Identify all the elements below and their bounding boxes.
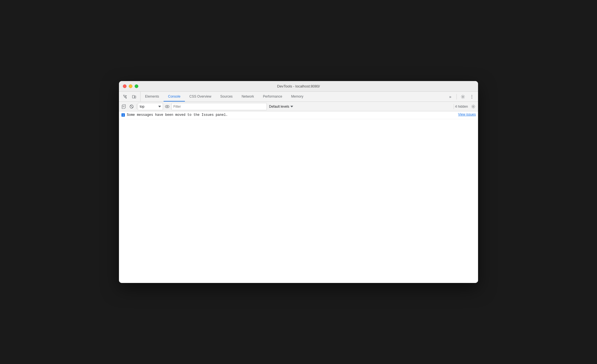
title-bar: DevTools - localhost:8080/ <box>119 81 478 92</box>
info-icon: i <box>121 113 125 117</box>
svg-marker-6 <box>122 105 125 109</box>
svg-point-3 <box>472 95 472 95</box>
filter-input-wrap <box>171 103 267 110</box>
more-tabs-button[interactable]: » <box>446 93 454 101</box>
device-toolbar-button[interactable] <box>130 93 138 101</box>
svg-point-13 <box>473 106 474 107</box>
svg-point-11 <box>165 105 169 108</box>
context-dropdown-icon <box>158 106 161 107</box>
eye-icon-button[interactable] <box>164 103 171 110</box>
clear-console-button[interactable] <box>120 103 127 110</box>
tab-sources[interactable]: Sources <box>216 92 237 102</box>
levels-dropdown-icon <box>290 106 293 107</box>
hidden-count: 4 hidden <box>455 105 469 109</box>
close-button[interactable] <box>123 84 127 88</box>
levels-label: Default levels <box>269 105 289 109</box>
svg-point-4 <box>472 96 472 97</box>
levels-selector[interactable]: Default levels <box>267 103 295 110</box>
context-selector[interactable]: top <box>138 103 163 110</box>
tab-network[interactable]: Network <box>237 92 258 102</box>
svg-text:i: i <box>123 114 124 117</box>
console-content: i Some messages have been moved to the I… <box>119 111 478 283</box>
svg-point-2 <box>462 96 464 97</box>
svg-line-10 <box>130 105 133 108</box>
inspect-element-button[interactable] <box>121 93 129 101</box>
console-message-row: i Some messages have been moved to the I… <box>119 111 478 119</box>
toolbar-divider-2 <box>454 104 454 109</box>
devtools-window: DevTools - localhost:8080/ Elements Cons… <box>119 81 478 283</box>
console-message-text: Some messages have been moved to the Iss… <box>127 112 454 118</box>
tabs-divider <box>456 94 457 100</box>
block-icon-button[interactable] <box>128 103 135 110</box>
devtools-tabs-bar: Elements Console CSS Overview Sources Ne… <box>119 92 478 102</box>
context-selector-text: top <box>140 105 157 109</box>
svg-rect-0 <box>132 95 134 98</box>
svg-rect-1 <box>135 96 136 98</box>
tab-console[interactable]: Console <box>164 92 185 102</box>
maximize-button[interactable] <box>135 84 138 88</box>
more-options-button[interactable] <box>468 93 476 101</box>
window-title: DevTools - localhost:8080/ <box>277 84 320 88</box>
tab-elements[interactable]: Elements <box>141 92 164 102</box>
minimize-button[interactable] <box>129 84 132 88</box>
view-issues-link[interactable]: View issues <box>458 112 476 116</box>
console-toolbar: top Default levels 4 hidden <box>119 102 478 111</box>
tab-performance[interactable]: Performance <box>258 92 287 102</box>
tabs-list: Elements Console CSS Overview Sources Ne… <box>141 92 444 102</box>
svg-point-12 <box>167 106 168 107</box>
toolbar-divider-1 <box>136 104 137 109</box>
traffic-lights <box>123 84 138 88</box>
tab-icon-group <box>119 92 141 102</box>
tab-memory[interactable]: Memory <box>287 92 308 102</box>
filter-input[interactable] <box>173 105 265 109</box>
console-settings-button[interactable] <box>470 103 477 110</box>
tab-css-overview[interactable]: CSS Overview <box>185 92 216 102</box>
tabs-right-controls: » <box>444 92 478 102</box>
settings-button[interactable] <box>459 93 467 101</box>
svg-point-5 <box>472 98 472 98</box>
